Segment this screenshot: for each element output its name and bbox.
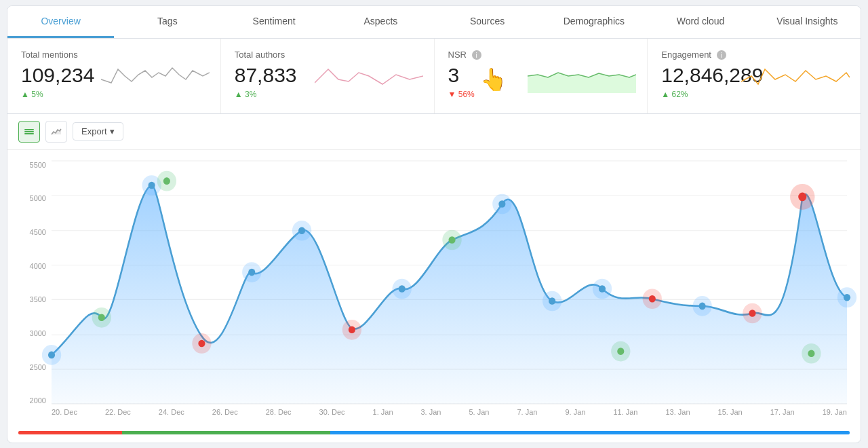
y-label-2000: 2000 (21, 396, 46, 405)
y-label-5500: 5500 (21, 161, 46, 169)
y-label-3500: 3500 (21, 295, 46, 303)
progress-green (122, 431, 330, 434)
svg-point-47 (798, 192, 806, 201)
x-label-2: 24. Dec (159, 408, 184, 416)
nsr-chart (528, 56, 636, 96)
mentions-chart (101, 56, 210, 96)
svg-point-19 (163, 177, 170, 185)
nsr-value: 3 (448, 64, 475, 87)
svg-point-17 (149, 181, 155, 189)
tab-tags[interactable]: Tags (114, 6, 220, 38)
x-label-4: 28. Dec (266, 408, 292, 416)
svg-point-41 (617, 348, 624, 355)
progress-red (18, 431, 122, 434)
svg-rect-2 (24, 131, 34, 132)
stat-card-nsr: NSR i 3 ▼ 56% 👆 (435, 39, 648, 113)
chart-area: 5500 5000 4500 4000 3500 3000 2500 2000 (7, 150, 861, 426)
svg-point-23 (248, 268, 255, 276)
x-axis: 20. Dec 22. Dec 24. Dec 26. Dec 28. Dec … (52, 405, 847, 419)
svg-point-39 (649, 295, 656, 303)
tab-visual-insights[interactable]: Visual Insights (754, 6, 861, 38)
x-label-13: 15. Jan (718, 408, 743, 416)
x-label-10: 9. Jan (565, 408, 585, 416)
authors-chart (315, 56, 423, 96)
x-label-0: 20. Dec (52, 408, 77, 416)
x-label-1: 22. Dec (105, 408, 131, 416)
svg-rect-3 (24, 133, 34, 134)
y-label-4500: 4500 (21, 228, 46, 236)
x-label-12: 13. Jan (665, 408, 690, 416)
x-label-5: 30. Dec (319, 408, 345, 416)
progress-bar (18, 431, 850, 434)
x-label-11: 11. Jan (613, 408, 637, 416)
nsr-info-icon[interactable]: i (472, 50, 481, 60)
main-chart: 5500 5000 4500 4000 3500 3000 2500 2000 (21, 161, 847, 419)
progress-blue (330, 431, 850, 434)
x-label-9: 7. Jan (517, 408, 537, 416)
svg-point-29 (399, 285, 406, 293)
chevron-down-icon: ▾ (110, 126, 115, 136)
chart-svg-container (52, 161, 847, 405)
y-label-4000: 4000 (21, 262, 46, 270)
svg-point-25 (298, 227, 305, 234)
y-label-2500: 2500 (21, 363, 46, 371)
svg-point-13 (48, 351, 55, 358)
engagement-chart (741, 56, 850, 96)
toolbar: Export ▾ (7, 114, 861, 150)
y-axis: 5500 5000 4500 4000 3500 3000 2500 2000 (21, 161, 52, 419)
tab-sentiment[interactable]: Sentiment (221, 6, 328, 38)
main-container: Overview Tags Sentiment Aspects Sources … (7, 5, 861, 443)
stat-cards: Total mentions 109,234 ▲ 5% Total author… (7, 39, 861, 114)
x-label-15: 19. Jan (823, 408, 847, 416)
svg-point-15 (98, 314, 105, 321)
svg-point-45 (749, 310, 755, 317)
tab-sources[interactable]: Sources (434, 6, 540, 38)
x-label-3: 26. Dec (212, 408, 238, 416)
svg-point-37 (599, 285, 606, 293)
tab-overview[interactable]: Overview (7, 6, 114, 38)
tab-aspects[interactable]: Aspects (328, 6, 434, 38)
x-label-14: 17. Jan (770, 408, 795, 416)
svg-point-27 (349, 326, 355, 333)
stat-card-engagement: Engagement i 12,846,289 ▲ 62% (648, 39, 861, 113)
y-label-5000: 5000 (21, 194, 46, 202)
x-label-8: 5. Jan (469, 408, 489, 416)
svg-point-43 (699, 302, 706, 310)
svg-point-35 (549, 297, 555, 305)
stat-card-mentions: Total mentions 109,234 ▲ 5% (7, 39, 221, 113)
view-bar-button[interactable] (18, 121, 40, 143)
tab-demographics[interactable]: Demographics (540, 6, 647, 38)
stat-card-authors: Total authors 87,833 ▲ 3% (221, 39, 435, 113)
export-button[interactable]: Export ▾ (73, 122, 123, 141)
svg-point-33 (498, 200, 505, 208)
x-label-6: 1. Jan (373, 408, 393, 416)
svg-rect-1 (24, 129, 34, 130)
engagement-info-icon[interactable]: i (717, 50, 726, 60)
svg-point-31 (448, 236, 455, 244)
tab-bar: Overview Tags Sentiment Aspects Sources … (7, 6, 861, 39)
svg-point-51 (844, 293, 850, 301)
nsr-change: ▼ 56% (448, 90, 475, 99)
y-label-3000: 3000 (21, 329, 46, 337)
tab-wordcloud[interactable]: Word cloud (648, 6, 754, 38)
svg-point-21 (198, 339, 205, 347)
svg-point-49 (808, 350, 814, 357)
x-label-7: 3. Jan (421, 408, 441, 416)
view-area-button[interactable] (45, 121, 67, 143)
